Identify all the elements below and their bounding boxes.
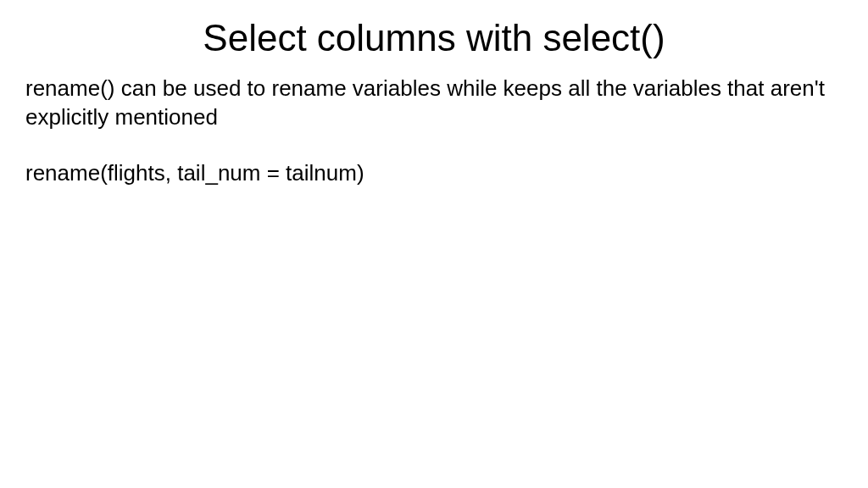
slide-title: Select columns with select() <box>25 17 843 59</box>
body-paragraph-2: rename(flights, tail_num = tailnum) <box>25 159 843 188</box>
slide-body: rename() can be used to rename variables… <box>25 75 843 187</box>
body-paragraph-1: rename() can be used to rename variables… <box>25 75 843 132</box>
slide-container: Select columns with select() rename() ca… <box>0 0 868 488</box>
